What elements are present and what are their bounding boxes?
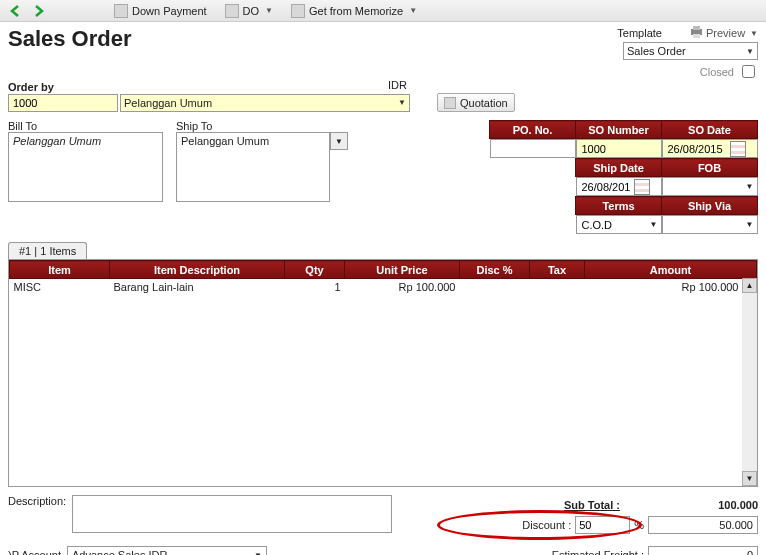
- description-label: Description:: [8, 495, 66, 507]
- col-disc: Disc %: [460, 261, 530, 279]
- bill-to-box[interactable]: Pelanggan Umum: [8, 132, 163, 202]
- document-icon: [444, 97, 456, 109]
- chevron-down-icon: ▼: [265, 6, 273, 15]
- chevron-down-icon: ▼: [398, 98, 406, 107]
- vertical-scrollbar[interactable]: ▲ ▼: [742, 278, 757, 486]
- quotation-button[interactable]: Quotation: [437, 93, 515, 112]
- do-label: DO: [243, 5, 260, 17]
- est-freight-value: 0: [648, 546, 758, 555]
- po-no-header: PO. No.: [490, 121, 576, 139]
- est-freight-label: Estimated Freight :: [524, 549, 644, 555]
- closed-label: Closed: [700, 66, 734, 78]
- order-header-grid: PO. No. SO Number SO Date Ship Date FOB …: [489, 120, 758, 234]
- currency-label: IDR: [388, 79, 407, 91]
- order-by-label: Order by: [8, 81, 758, 93]
- items-table: Item Item Description Qty Unit Price Dis…: [9, 260, 757, 295]
- discount-value: 50.000: [648, 516, 758, 534]
- chevron-down-icon: ▼: [254, 551, 262, 556]
- col-tax: Tax: [530, 261, 585, 279]
- ship-date-header: Ship Date: [576, 159, 662, 177]
- printer-icon: [690, 26, 703, 40]
- dp-account-select[interactable]: Advance Sales IDR ▼: [67, 546, 267, 555]
- scroll-down-icon[interactable]: ▼: [742, 471, 757, 486]
- scroll-up-icon[interactable]: ▲: [742, 278, 757, 293]
- so-date-input[interactable]: [662, 139, 758, 158]
- calendar-icon[interactable]: [730, 141, 746, 157]
- dp-account-label: )P Account: [8, 549, 61, 555]
- cell-amount[interactable]: Rp 100.000: [585, 279, 757, 295]
- col-unit-price: Unit Price: [345, 261, 460, 279]
- page-title: Sales Order: [8, 26, 132, 52]
- template-value: Sales Order: [627, 45, 686, 57]
- items-table-wrap: Item Item Description Qty Unit Price Dis…: [8, 259, 758, 487]
- svg-rect-2: [693, 34, 700, 38]
- customer-select[interactable]: Pelanggan Umum ▼: [120, 94, 410, 112]
- top-toolbar: Down Payment DO ▼ Get from Memorize ▼: [0, 0, 766, 22]
- description-input[interactable]: [72, 495, 392, 533]
- items-tab[interactable]: #1 | 1 Items: [8, 242, 87, 259]
- ship-to-label: Ship To: [176, 120, 348, 132]
- chevron-down-icon: ▼: [750, 29, 758, 38]
- document-icon: [114, 4, 128, 18]
- customer-value: Pelanggan Umum: [124, 97, 212, 109]
- chevron-down-icon: ▼: [650, 220, 658, 229]
- order-by-number-input[interactable]: [8, 94, 118, 112]
- get-memorize-button[interactable]: Get from Memorize ▼: [285, 3, 423, 19]
- down-payment-button[interactable]: Down Payment: [108, 3, 213, 19]
- sub-total-label: Sub Total :: [500, 499, 620, 511]
- chevron-down-icon: ▼: [746, 182, 754, 191]
- ship-via-header: Ship Via: [662, 197, 758, 215]
- sub-total-value: 100.000: [648, 499, 758, 511]
- chevron-down-icon: ▼: [409, 6, 417, 15]
- cell-desc[interactable]: Barang Lain-lain: [110, 279, 285, 295]
- col-desc: Item Description: [110, 261, 285, 279]
- down-payment-label: Down Payment: [132, 5, 207, 17]
- back-arrow-icon[interactable]: [8, 3, 24, 19]
- col-amount: Amount: [585, 261, 757, 279]
- so-number-input[interactable]: [576, 139, 662, 158]
- bill-to-label: Bill To: [8, 120, 168, 132]
- ship-to-box[interactable]: Pelanggan Umum: [176, 132, 330, 202]
- closed-checkbox[interactable]: [742, 65, 755, 78]
- cell-unit-price[interactable]: Rp 100.000: [345, 279, 460, 295]
- col-qty: Qty: [285, 261, 345, 279]
- calendar-icon[interactable]: [634, 179, 650, 195]
- cell-disc[interactable]: [460, 279, 530, 295]
- import-icon: [291, 4, 305, 18]
- ship-date-input[interactable]: [576, 177, 662, 196]
- memorize-label: Get from Memorize: [309, 5, 403, 17]
- quotation-label: Quotation: [460, 97, 508, 109]
- chevron-down-icon: ▼: [746, 220, 754, 229]
- cell-item[interactable]: MISC: [10, 279, 110, 295]
- fob-select[interactable]: ▼: [662, 177, 758, 196]
- terms-select[interactable]: ▼: [576, 215, 662, 234]
- dp-account-value: Advance Sales IDR: [72, 549, 167, 555]
- table-row[interactable]: MISC Barang Lain-lain 1 Rp 100.000 Rp 10…: [10, 279, 757, 295]
- template-select[interactable]: Sales Order ▼: [623, 42, 758, 60]
- chevron-down-icon: ▼: [746, 47, 754, 56]
- terms-header: Terms: [576, 197, 662, 215]
- ship-via-select[interactable]: ▼: [662, 215, 758, 234]
- col-item: Item: [10, 261, 110, 279]
- discount-label: Discount :: [451, 519, 571, 531]
- template-label: Template: [617, 27, 662, 39]
- cell-tax[interactable]: [530, 279, 585, 295]
- ship-to-dropdown-button[interactable]: ▼: [330, 132, 348, 150]
- preview-button[interactable]: Preview ▼: [690, 26, 758, 40]
- fob-header: FOB: [662, 159, 758, 177]
- cell-qty[interactable]: 1: [285, 279, 345, 295]
- so-date-header: SO Date: [662, 121, 758, 139]
- document-icon: [225, 4, 239, 18]
- do-button[interactable]: DO ▼: [219, 3, 279, 19]
- po-no-input[interactable]: [490, 139, 576, 158]
- so-number-header: SO Number: [576, 121, 662, 139]
- preview-label: Preview: [706, 27, 745, 39]
- svg-rect-1: [693, 26, 700, 30]
- forward-arrow-icon[interactable]: [30, 3, 46, 19]
- discount-pct-input[interactable]: [575, 516, 630, 534]
